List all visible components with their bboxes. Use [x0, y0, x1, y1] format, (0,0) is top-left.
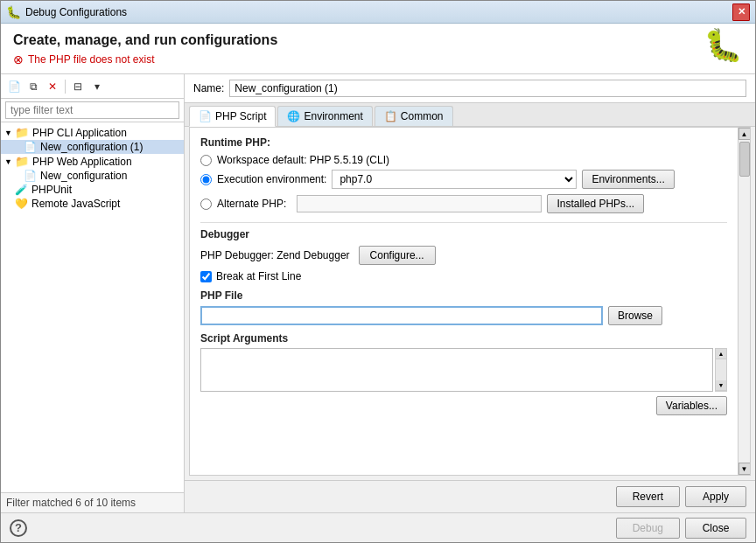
variables-row: Variables... — [200, 396, 727, 415]
debugger-section-label: Debugger — [200, 228, 727, 240]
sidebar-item-label: Remote JavaScript — [32, 198, 120, 210]
name-row: Name: — [185, 74, 755, 103]
error-message: The PHP file does not exist — [28, 53, 155, 66]
panel-scroll-down[interactable]: ▼ — [738, 463, 751, 475]
scrollbar-up-button[interactable]: ▲ — [716, 349, 726, 359]
environments-button[interactable]: Environments... — [582, 170, 674, 189]
variables-button[interactable]: Variables... — [656, 396, 727, 415]
config-icon: 📄 — [24, 170, 37, 182]
close-window-button[interactable]: ✕ — [732, 3, 750, 21]
sidebar-item-php-web-app[interactable]: ▼ 📁 PHP Web Application — [1, 154, 184, 169]
panel-scroll-up[interactable]: ▲ — [738, 128, 751, 140]
tab-label: PHP Script — [215, 110, 266, 122]
break-at-first-line-checkbox[interactable] — [200, 271, 212, 282]
filter-button-group: ▾ — [88, 78, 106, 95]
toolbar-divider — [65, 80, 66, 94]
delete-config-button[interactable]: ✕ — [44, 78, 61, 95]
sidebar-footer-text: Filter matched 6 of 10 items — [6, 497, 136, 509]
php-debugger-label: PHP Debugger: Zend Debugger — [200, 249, 350, 261]
alternate-php-row: Alternate PHP: Installed PHPs... — [200, 194, 727, 213]
scrollbar-track — [716, 359, 726, 380]
filter-icon: ▾ — [94, 80, 100, 93]
break-at-first-line-label: Break at First Line — [216, 270, 301, 282]
tab-label: Common — [401, 110, 444, 122]
break-at-first-line-row: Break at First Line — [200, 270, 727, 282]
title-bar-left: 🐛 Debug Configurations — [6, 5, 127, 19]
folder-icon: 📁 — [15, 126, 29, 139]
sidebar-item-label: PHP CLI Application — [32, 127, 127, 139]
debugger-row: PHP Debugger: Zend Debugger Configure... — [200, 246, 727, 265]
installed-phps-button[interactable]: Installed PHPs... — [547, 194, 644, 213]
filter-box — [1, 99, 184, 122]
footer-bar: ? Debug Close — [1, 512, 755, 542]
sidebar-item-new-config-2[interactable]: 📄 New_configuration — [1, 169, 184, 183]
header-area: Create, manage, and run configurations ⊗… — [1, 24, 755, 74]
new-config-button[interactable]: 📄 — [5, 78, 23, 95]
panel-scroll-thumb[interactable] — [739, 142, 750, 177]
script-args-textarea[interactable] — [200, 348, 713, 392]
tab-label: Environment — [304, 110, 362, 122]
execution-env-label: Execution environment: — [217, 173, 326, 185]
expand-icon: ▼ — [4, 157, 15, 166]
header-title: Create, manage, and run configurations — [13, 32, 277, 48]
filter-input[interactable] — [5, 101, 179, 119]
tab-common[interactable]: 📋 Common — [374, 106, 453, 126]
copy-config-button[interactable]: ⧉ — [24, 78, 42, 95]
php-script-tab-icon: 📄 — [199, 110, 212, 122]
browse-button[interactable]: Browse — [608, 306, 662, 325]
sidebar-toolbar: 📄 ⧉ ✕ ⊟ ▾ — [1, 74, 184, 99]
panel-scrollbar: ▲ ▼ — [738, 128, 750, 475]
delete-icon: ✕ — [48, 80, 57, 93]
alternate-php-label: Alternate PHP: — [217, 198, 286, 210]
php-file-input[interactable] — [200, 306, 603, 325]
sidebar-footer: Filter matched 6 of 10 items — [1, 492, 184, 512]
debug-button[interactable]: Debug — [616, 518, 680, 539]
script-args-label: Script Arguments — [200, 332, 727, 345]
main-area: 📄 ⧉ ✕ ⊟ ▾ — [1, 74, 755, 512]
script-args-scrollbar: ▲ ▼ — [715, 348, 727, 392]
expand-icon: ▼ — [4, 129, 15, 137]
debug-configurations-window: 🐛 Debug Configurations ✕ Create, manage,… — [0, 0, 756, 543]
sidebar-item-php-cli-app[interactable]: ▼ 📁 PHP CLI Application — [1, 125, 184, 140]
sidebar-item-phpunit[interactable]: 🧪 PHPUnit — [1, 183, 184, 197]
collapse-all-button[interactable]: ⊟ — [69, 78, 87, 95]
bug-icon: 🐛 — [6, 5, 21, 19]
config-icon: 📄 — [24, 141, 37, 153]
error-icon: ⊗ — [13, 52, 24, 66]
tab-php-script[interactable]: 📄 PHP Script — [189, 106, 276, 127]
tabs-row: 📄 PHP Script 🌐 Environment 📋 Common — [185, 103, 755, 127]
phpunit-icon: 🧪 — [15, 184, 28, 196]
apply-button[interactable]: Apply — [685, 486, 746, 507]
revert-button[interactable]: Revert — [616, 486, 680, 507]
php-file-label: PHP File — [200, 289, 727, 302]
workspace-default-radio[interactable] — [200, 155, 212, 166]
execution-env-select[interactable]: php7.0 php5.6 php5.5 — [332, 170, 577, 189]
sidebar-item-label: New_configuration (1) — [40, 141, 143, 153]
sidebar-item-remote-js[interactable]: 💛 Remote JavaScript — [1, 197, 184, 211]
sidebar: 📄 ⧉ ✕ ⊟ ▾ — [1, 74, 185, 512]
sidebar-item-new-config-1[interactable]: 📄 New_configuration (1) — [1, 140, 184, 154]
help-button[interactable]: ? — [10, 519, 27, 537]
close-button[interactable]: Close — [685, 518, 746, 539]
php-file-row: Browse — [200, 306, 727, 325]
tab-environment[interactable]: 🌐 Environment — [277, 106, 372, 126]
panel-content: Runtime PHP: Workspace default: PHP 5.5.… — [190, 128, 738, 475]
remote-icon: 💛 — [15, 198, 28, 210]
alternate-php-radio[interactable] — [200, 198, 212, 210]
tree-area: ▼ 📁 PHP CLI Application 📄 New_configurat… — [1, 122, 184, 492]
footer-buttons: Debug Close — [616, 518, 746, 539]
configure-button[interactable]: Configure... — [359, 246, 436, 265]
title-bar: 🐛 Debug Configurations ✕ — [1, 1, 755, 24]
copy-icon: ⧉ — [30, 80, 38, 93]
execution-env-radio[interactable] — [200, 174, 212, 185]
workspace-default-row: Workspace default: PHP 5.5.19 (CLI) — [200, 154, 727, 166]
runtime-php-label: Runtime PHP: — [200, 136, 727, 149]
filter-button[interactable]: ▾ — [88, 78, 106, 95]
section-divider-1 — [200, 222, 727, 223]
alternate-php-input[interactable] — [297, 195, 542, 212]
new-icon: 📄 — [8, 80, 21, 93]
title-bar-title: Debug Configurations — [25, 6, 127, 18]
scrollbar-down-button[interactable]: ▼ — [716, 380, 726, 391]
name-label: Name: — [193, 82, 224, 94]
name-input[interactable] — [229, 80, 746, 97]
